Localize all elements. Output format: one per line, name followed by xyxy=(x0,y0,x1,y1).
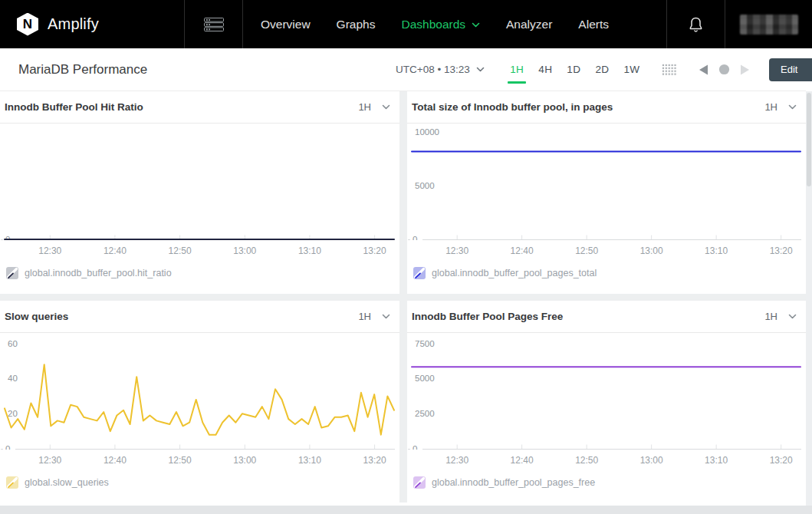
chart-panel-total-size-of-innodb-buffer-pool-in-pages: Total size of Innodb buffer pool, in pag… xyxy=(407,91,806,294)
chart-svg: 0 xyxy=(0,124,399,240)
nav-item-analyzer[interactable]: Analyzer xyxy=(493,18,565,31)
timezone-clock-dropdown[interactable]: UTC+08 • 13:23 xyxy=(396,64,485,75)
x-tick-label: 12:50 xyxy=(169,245,192,256)
x-tick-label: 12:40 xyxy=(104,455,127,466)
x-tick-label: 13:20 xyxy=(770,455,793,466)
range-button-1w[interactable]: 1W xyxy=(623,64,639,75)
page-title: MariaDB Performance xyxy=(18,62,147,77)
panel-range-dropdown[interactable]: 1H xyxy=(358,311,390,322)
legend-label: global.slow_queries xyxy=(25,477,109,488)
legend-label: global.innodb_buffer_pool_pages_free xyxy=(432,477,595,488)
user-menu[interactable] xyxy=(725,0,812,48)
panel-range-label: 1H xyxy=(358,311,371,322)
svg-text:0: 0 xyxy=(413,235,417,240)
edit-button[interactable]: Edit xyxy=(769,58,812,81)
x-tick-label: 13:00 xyxy=(640,455,663,466)
svg-text:10000: 10000 xyxy=(415,127,439,137)
panel-range-dropdown[interactable]: 1H xyxy=(764,311,797,322)
nav-item-label: Alerts xyxy=(578,18,609,31)
svg-text:5000: 5000 xyxy=(415,374,435,383)
svg-text:7500: 7500 xyxy=(415,339,435,348)
legend-label: global.innodb_buffer_pool_pages_total xyxy=(432,268,597,278)
chart-plot[interactable]: 0250050007500 xyxy=(407,333,806,450)
range-button-4h[interactable]: 4H xyxy=(538,64,552,75)
x-axis-labels: 12:3012:4012:5013:0013:1013:20 xyxy=(407,240,806,260)
x-tick-label: 12:40 xyxy=(104,245,127,256)
chevron-down-icon xyxy=(382,104,390,110)
grid-icon[interactable] xyxy=(662,63,677,76)
time-step-controls xyxy=(698,64,760,75)
nav-item-dashboards[interactable]: Dashboards xyxy=(388,18,493,31)
pause-circle-icon[interactable] xyxy=(718,64,730,75)
brand[interactable]: N Amplify xyxy=(0,0,185,48)
legend[interactable]: global.slow_queries xyxy=(0,476,399,489)
x-tick-label: 13:10 xyxy=(298,455,321,466)
chart-panel-innodb-buffer-pool-hit-ratio: Innodb Buffer Pool Hit Ratio1H012:3012:4… xyxy=(0,91,399,294)
x-tick-label: 13:20 xyxy=(363,455,386,466)
chart-plot[interactable]: 0500010000 xyxy=(407,124,806,240)
legend[interactable]: global.innodb_buffer_pool.hit_ratio xyxy=(0,267,399,279)
timezone-clock-label: UTC+08 • 13:23 xyxy=(396,64,470,75)
nav-item-overview[interactable]: Overview xyxy=(248,18,324,31)
x-tick-label: 13:00 xyxy=(233,455,256,466)
panel-title: Innodb Buffer Pool Pages Free xyxy=(412,311,563,322)
bell-icon xyxy=(688,16,704,33)
panel-range-label: 1H xyxy=(358,101,371,113)
chart-panel-innodb-buffer-pool-pages-free: Innodb Buffer Pool Pages Free1H025005000… xyxy=(407,301,806,504)
svg-text:60: 60 xyxy=(8,339,18,348)
legend[interactable]: global.innodb_buffer_pool_pages_total xyxy=(407,267,806,279)
systems-button[interactable] xyxy=(185,0,243,48)
toolbar: MariaDB Performance UTC+08 • 13:23 1H4H1… xyxy=(0,48,812,91)
panel-header: Innodb Buffer Pool Hit Ratio1H xyxy=(0,91,399,124)
chevron-down-icon xyxy=(472,22,480,28)
x-tick-label: 12:30 xyxy=(445,245,468,256)
legend-series-icon xyxy=(413,476,426,489)
panel-range-dropdown[interactable]: 1H xyxy=(764,101,797,113)
chevron-down-icon xyxy=(476,67,485,72)
panel-title: Total size of Innodb buffer pool, in pag… xyxy=(412,101,613,113)
panel-title: Innodb Buffer Pool Hit Ratio xyxy=(5,101,143,113)
range-button-1h[interactable]: 1H xyxy=(510,64,524,75)
nav-item-label: Dashboards xyxy=(401,18,465,31)
chart-svg: 0250050007500 xyxy=(407,333,806,450)
x-tick-label: 12:40 xyxy=(511,455,534,466)
chevron-down-icon xyxy=(788,314,797,319)
vertical-scrollbar[interactable] xyxy=(806,91,812,506)
panel-title: Slow queries xyxy=(5,311,68,322)
x-tick-label: 12:30 xyxy=(38,245,61,256)
x-tick-label: 12:50 xyxy=(169,455,192,466)
range-button-1d[interactable]: 1D xyxy=(567,64,580,75)
x-axis-labels: 12:3012:4012:5013:0013:1013:20 xyxy=(0,240,399,260)
x-axis-labels: 12:3012:4012:5013:0013:1013:20 xyxy=(407,450,806,470)
legend-series-icon xyxy=(6,476,18,489)
notifications-button[interactable] xyxy=(666,0,725,48)
nav-item-label: Overview xyxy=(261,18,311,31)
svg-text:20: 20 xyxy=(8,409,18,418)
x-tick-label: 12:40 xyxy=(511,245,534,256)
step-forward-icon[interactable] xyxy=(739,64,751,75)
step-back-icon[interactable] xyxy=(698,64,709,75)
chart-panel-slow-queries: Slow queries1H020406012:3012:4012:5013:0… xyxy=(0,301,399,504)
chevron-down-icon xyxy=(788,104,797,110)
svg-text:0: 0 xyxy=(413,444,417,450)
app-root: N Amplify OverviewGraphsDashboardsAnalyz… xyxy=(0,0,812,514)
x-tick-label: 12:30 xyxy=(445,455,468,466)
chart-svg: 0500010000 xyxy=(407,124,806,240)
toolbar-controls: UTC+08 • 13:23 1H4H1D2D1W Edit xyxy=(396,58,812,81)
horizontal-scrollbar[interactable] xyxy=(0,506,812,514)
svg-text:0: 0 xyxy=(5,444,10,450)
range-button-2d[interactable]: 2D xyxy=(595,64,609,75)
panel-range-dropdown[interactable]: 1H xyxy=(358,101,390,113)
nginx-logo-icon: N xyxy=(17,13,38,36)
panel-header: Total size of Innodb buffer pool, in pag… xyxy=(407,91,806,124)
legend-series-icon xyxy=(6,267,18,279)
legend[interactable]: global.innodb_buffer_pool_pages_free xyxy=(407,476,806,489)
chart-plot[interactable]: 0204060 xyxy=(0,333,399,450)
x-tick-label: 12:30 xyxy=(38,455,61,466)
nav-item-alerts[interactable]: Alerts xyxy=(565,18,622,31)
vertical-scrollbar-thumb[interactable] xyxy=(807,93,811,186)
panel-header: Slow queries1H xyxy=(0,301,399,333)
chart-plot[interactable]: 0 xyxy=(0,124,399,240)
x-tick-label: 13:10 xyxy=(705,245,728,256)
nav-item-graphs[interactable]: Graphs xyxy=(324,18,389,31)
